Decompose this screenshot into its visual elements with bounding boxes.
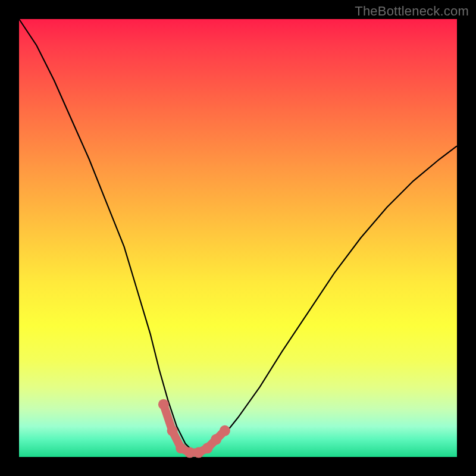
marker-dot (202, 443, 213, 453)
marker-dot (220, 425, 230, 436)
curve-layer (19, 19, 457, 457)
chart-frame: TheBottleneck.com (0, 0, 476, 476)
marker-group (158, 399, 230, 458)
marker-dot (167, 425, 178, 436)
bottleneck-curve (19, 19, 457, 453)
marker-dot (211, 434, 221, 445)
watermark-text: TheBottleneck.com (355, 4, 469, 19)
marker-dot (158, 399, 169, 410)
